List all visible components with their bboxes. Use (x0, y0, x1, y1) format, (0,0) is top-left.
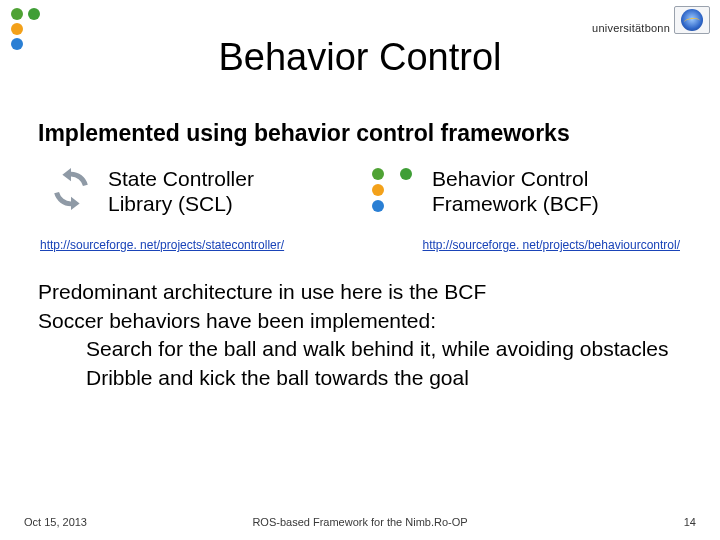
framework-scl-name-line1: State Controller (108, 166, 254, 191)
ais-logo-icon (674, 6, 710, 34)
framework-bcf-name-line2: Framework (BCF) (432, 191, 599, 216)
body-text: Predominant architecture in use here is … (38, 278, 682, 392)
header-logos: universitätbonn (592, 6, 710, 34)
framework-scl: State Controller Library (SCL) (48, 166, 348, 216)
framework-scl-name-line2: Library (SCL) (108, 191, 254, 216)
footer-center: ROS-based Framework for the Nimb.Ro-OP (252, 516, 467, 528)
university-logo-text: universitätbonn (592, 22, 672, 34)
body-line-1: Predominant architecture in use here is … (38, 278, 682, 307)
body-line-3: Search for the ball and walk behind it, … (38, 335, 682, 364)
slide-subtitle: Implemented using behavior control frame… (38, 120, 682, 147)
footer-page-number: 14 (684, 516, 696, 528)
scl-link[interactable]: http://sourceforge. net/projects/stateco… (40, 238, 284, 252)
body-line-2: Soccer behaviors have been implemented: (38, 307, 682, 336)
body-line-4: Dribble and kick the ball towards the go… (38, 364, 682, 393)
framework-bcf: Behavior Control Framework (BCF) (372, 166, 672, 216)
framework-bcf-name-line1: Behavior Control (432, 166, 599, 191)
bcf-link[interactable]: http://sourceforge. net/projects/behavio… (423, 238, 680, 252)
slide-title: Behavior Control (0, 36, 720, 79)
tri-dot-icon (372, 166, 418, 212)
cycle-arrows-icon (48, 166, 94, 212)
footer-date: Oct 15, 2013 (24, 516, 87, 528)
